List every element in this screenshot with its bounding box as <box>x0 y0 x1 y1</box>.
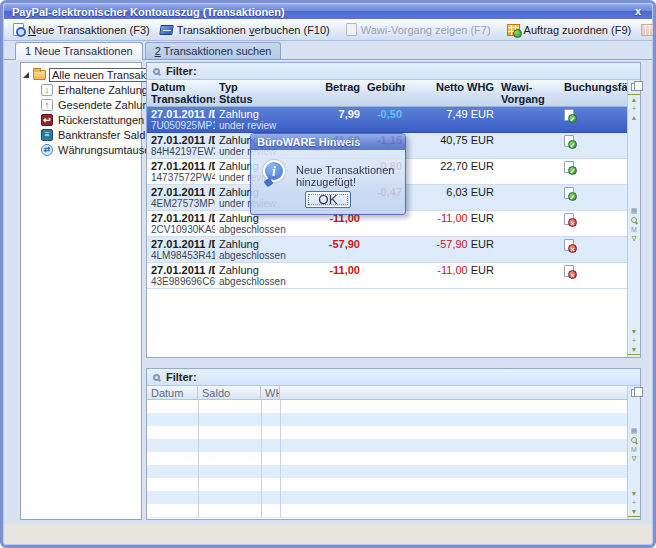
memo-icon[interactable]: M <box>628 225 640 234</box>
col-betrag[interactable]: Betrag <box>297 81 360 93</box>
col-typ[interactable]: Typ <box>219 81 290 93</box>
row-transaction-code: 4LM98453R41486714 <box>151 250 212 262</box>
tree-item-waehrungsumtausch[interactable]: ⇄ Währungsumtausch <box>23 142 139 157</box>
row-wawi <box>497 237 560 262</box>
book-transactions-label: Transaktionen verbuchen (F10) <box>177 24 330 36</box>
scroll-bottom-icon[interactable]: ▼ <box>628 507 640 517</box>
row-date: 27.01.2011 /Do <box>151 160 212 172</box>
scroll-top-icon[interactable]: ▲ <box>628 94 640 104</box>
row-currency: EUR <box>471 238 494 250</box>
filter-funnel-icon[interactable]: ∇ <box>628 234 640 243</box>
search-icon[interactable] <box>631 217 637 223</box>
row-net-amount: 7,49 <box>446 108 467 120</box>
row-wawi <box>497 159 560 184</box>
row-net-amount: 40,75 <box>440 134 468 146</box>
toolbar: Neue Transaktionen (F3) Transaktionen ve… <box>4 19 652 41</box>
saldo-filter-bar[interactable]: Filter: <box>147 369 640 386</box>
tree-item-erhaltene-zahlungen[interactable]: ↓ Erhaltene Zahlungen <box>23 82 139 97</box>
sent-payments-icon: ↑ <box>41 99 53 111</box>
col-waehrungskurs[interactable]: Währungskurs <box>501 105 557 106</box>
col-netto-whg[interactable]: Netto WHG <box>409 81 494 93</box>
row-transaction-code: 7U050925MP163920N <box>151 120 212 132</box>
col-transaktionscode[interactable]: Transaktionscode <box>151 93 212 105</box>
col-buchungsfaehig[interactable]: Buchungsfähig <box>564 81 624 93</box>
bookable-icon: ✓ <box>564 109 574 121</box>
book-transactions-button[interactable]: Transaktionen verbuchen (F10) <box>155 22 335 38</box>
row-fee <box>363 237 405 262</box>
grid-view-icon[interactable]: ▦ <box>628 426 640 435</box>
table-row[interactable]: 27.01.2011 /Do7U050925MP163920N Zahlungu… <box>147 107 627 133</box>
row-fee: -0,50 <box>363 107 405 132</box>
row-transaction-code: 43E989696C6535442 <box>151 276 212 288</box>
refunds-icon: ↩ <box>41 114 53 126</box>
row-wawi <box>497 133 560 158</box>
dialog-title: BüroWARE Hinweis <box>257 136 360 148</box>
table-row[interactable]: 27.01.2011 /Do43E989696C6535442 Zahlunga… <box>147 263 627 289</box>
delete-assignment-icon <box>641 24 654 36</box>
assign-order-button[interactable]: Auftrag zuordnen (F9) <box>502 22 637 38</box>
scroll-bottom-icon[interactable]: ▼ <box>628 345 640 355</box>
bookable-icon: ✓ <box>564 161 574 173</box>
tree-expander-icon[interactable] <box>23 72 29 78</box>
close-button[interactable]: x <box>632 6 644 17</box>
row-wawi <box>497 185 560 210</box>
col-wawi-vorgang[interactable]: Wawi-Vorgang <box>501 81 557 105</box>
table-row[interactable]: 27.01.2011 /Do4LM98453R41486714 Zahlunga… <box>147 237 627 263</box>
col-whr[interactable]: WHR <box>261 386 280 399</box>
row-net-amount: 22,70 <box>440 160 468 172</box>
memo-icon[interactable]: M <box>628 445 640 454</box>
col-datum[interactable]: Datum <box>147 386 198 399</box>
row-currency: EUR <box>471 212 494 224</box>
new-transactions-button[interactable]: Neue Transaktionen (F3) <box>8 21 155 38</box>
row-type: Zahlung <box>219 108 290 120</box>
tree-item-label: Rückerstattungen <box>56 114 146 126</box>
bank-transfer-icon: ≡ <box>41 129 53 141</box>
row-currency: EUR <box>471 108 494 120</box>
book-transactions-icon <box>159 25 173 35</box>
hinweis-dialog: BüroWARE Hinweis i Neue Transaktionen hi… <box>250 133 406 215</box>
col-gebuehr[interactable]: Gebühr <box>367 81 402 93</box>
row-transaction-code: 14737572PW488130C <box>151 172 212 184</box>
show-wawi-button: Wawi-Vorgang zeigen (F7) <box>341 21 496 38</box>
ok-button[interactable]: OK <box>305 191 351 208</box>
tab-transaktionen-suchen[interactable]: 2 Transaktionen suchen <box>145 42 282 59</box>
row-date: 27.01.2011 /Do <box>151 134 212 146</box>
tab-neue-transaktionen[interactable]: 1 Neue Transaktionen <box>15 42 143 60</box>
new-transactions-label: Neue Transaktionen (F3) <box>28 24 150 36</box>
row-status: abgeschlossen <box>219 276 290 288</box>
row-wawi <box>497 211 560 236</box>
tree-item-alle-neuen-transaktionen[interactable]: Alle neuen Transaktionen <box>23 67 139 82</box>
row-add-icon[interactable]: + <box>628 498 640 507</box>
row-add-icon[interactable]: + <box>628 336 640 345</box>
saldo-table-header[interactable]: Datum Saldo WHR <box>147 386 627 400</box>
scroll-down-icon[interactable]: ▼ <box>628 489 640 498</box>
tree-item-banktransfer-saldo[interactable]: ≡ Banktransfer Saldo <box>23 127 139 142</box>
title-bar: PayPal-elektronischer Kontoauszug (Trans… <box>4 4 652 19</box>
scroll-up-icon[interactable]: ▲ <box>628 113 640 122</box>
copy-icon[interactable] <box>631 83 638 91</box>
row-net-amount: -11,00 <box>437 264 467 276</box>
window-footer-strip <box>4 524 652 544</box>
grid-view-icon[interactable]: ▦ <box>628 206 640 215</box>
transactions-table-header[interactable]: DatumTransaktionscode TypStatus Betrag G… <box>147 80 627 107</box>
info-icon: i <box>263 160 285 182</box>
filter-funnel-icon[interactable]: ∇ <box>628 454 640 463</box>
row-date: 27.01.2011 /Do <box>151 108 212 120</box>
tree-item-gesendete-zahlungen[interactable]: ↑ Gesendete Zahlungen <box>23 97 139 112</box>
search-icon[interactable] <box>631 437 637 443</box>
folder-icon <box>33 70 46 80</box>
row-net-amount: -57,90 <box>437 238 468 250</box>
copy-icon[interactable] <box>631 389 638 397</box>
row-add-icon[interactable]: + <box>628 104 640 113</box>
col-datum[interactable]: Datum <box>151 81 212 93</box>
row-date: 27.01.2011 /Do <box>151 212 212 224</box>
col-status[interactable]: Status <box>219 93 290 105</box>
row-net-amount: 6,03 <box>446 186 467 198</box>
row-currency: EUR <box>471 160 494 172</box>
scroll-down-icon[interactable]: ▼ <box>628 327 640 336</box>
bookable-icon: × <box>564 239 574 251</box>
row-amount: -57,90 <box>293 237 363 262</box>
tree-item-rueckerstattungen[interactable]: ↩ Rückerstattungen <box>23 112 139 127</box>
col-saldo[interactable]: Saldo <box>198 386 261 399</box>
transactions-filter-bar[interactable]: Filter: <box>147 63 640 80</box>
